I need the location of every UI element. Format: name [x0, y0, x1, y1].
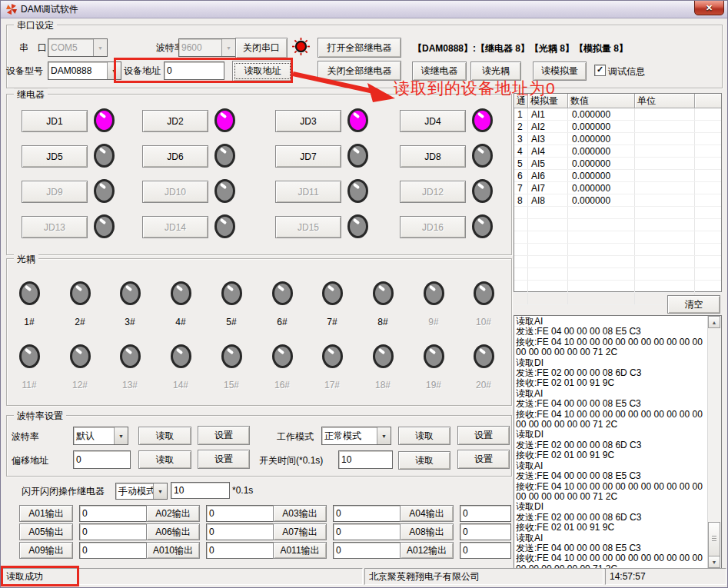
table-row[interactable]: 5AI50.000000 — [514, 158, 721, 170]
device-info-text: 【DAM0888】:【继电器 8】【光耦 8】【模拟量 8】 — [413, 42, 628, 55]
relay-button-jd15[interactable]: JD15 — [275, 216, 341, 238]
flash-time-input[interactable]: 10 — [171, 482, 230, 499]
relay-button-jd12[interactable]: JD12 — [400, 181, 466, 203]
serial-status-led — [291, 37, 311, 56]
output-value-11[interactable]: 0 — [333, 542, 402, 559]
output-button-12[interactable]: A012输出 — [400, 542, 454, 559]
relay-button-jd6[interactable]: JD6 — [142, 145, 208, 168]
relay-button-jd9[interactable]: JD9 — [22, 181, 88, 203]
scroll-down-icon[interactable]: ▼ — [708, 556, 720, 568]
output-value-5[interactable]: 0 — [79, 523, 148, 540]
opto-indicator-1 — [19, 281, 40, 305]
cell-unit — [635, 219, 695, 231]
table-header-value[interactable]: 数值 — [568, 94, 635, 108]
opto-indicator-19 — [424, 344, 444, 368]
table-row[interactable]: 4AI40.000000 — [514, 145, 721, 158]
output-value-4[interactable]: 0 — [460, 505, 511, 522]
relay-button-jd7[interactable]: JD7 — [275, 145, 341, 168]
close-port-button[interactable]: 关闭串口 — [235, 38, 288, 58]
table-header-unit[interactable]: 单位 — [635, 94, 695, 108]
output-button-4[interactable]: A04输出 — [400, 505, 454, 522]
window-title: DAM调试软件 — [21, 3, 78, 16]
cell-ch: 7 — [514, 182, 528, 194]
baud-set-button[interactable]: 设置 — [198, 426, 250, 445]
open-all-relays-button[interactable]: 打开全部继电器 — [317, 38, 401, 58]
output-value-9[interactable]: 0 — [79, 542, 148, 559]
relay-button-jd3[interactable]: JD3 — [275, 110, 341, 132]
relay-button-jd10[interactable]: JD10 — [142, 181, 208, 203]
cell-extra — [695, 194, 721, 206]
clock-panel: 14:57:57 — [605, 568, 726, 585]
close-button[interactable]: ✕ — [694, 0, 724, 15]
log-scrollbar[interactable]: ▲ ▼ — [707, 316, 721, 568]
table-row[interactable]: 1AI10.000000 — [514, 108, 721, 121]
output-value-1[interactable]: 0 — [79, 505, 148, 522]
output-button-6[interactable]: A06输出 — [146, 523, 200, 540]
opto-label-16: 16# — [261, 380, 303, 390]
read-address-button[interactable]: 读取地址 — [232, 61, 293, 81]
log-output[interactable]: 读取AI 发送:FE 04 00 00 00 08 E5 C3 接收:FE 04… — [514, 315, 722, 569]
output-button-10[interactable]: A010输出 — [146, 542, 200, 559]
output-button-5[interactable]: A05输出 — [19, 523, 73, 540]
relay-button-jd5[interactable]: JD5 — [22, 145, 88, 168]
scroll-up-icon[interactable]: ▲ — [708, 316, 720, 328]
work-mode-read-button[interactable]: 读取 — [398, 427, 450, 445]
baud-rate-select[interactable]: 默认 ▼ — [73, 427, 128, 445]
model-select[interactable]: DAM0888 ▼ — [48, 61, 121, 80]
table-row[interactable]: 6AI60.000000 — [514, 170, 721, 182]
table-row[interactable]: 2AI20.000000 — [514, 121, 721, 133]
output-value-3[interactable]: 0 — [333, 505, 402, 522]
table-row[interactable]: 8AI80.000000 — [514, 194, 721, 207]
relay-button-jd1[interactable]: JD1 — [22, 110, 88, 132]
table-row[interactable]: 3AI30.000000 — [514, 133, 721, 145]
debug-info-label: 调试信息 — [608, 65, 645, 78]
device-address-input[interactable]: 0 — [164, 61, 224, 80]
relay-button-jd8[interactable]: JD8 — [400, 145, 466, 168]
work-mode-set-button[interactable]: 设置 — [457, 426, 510, 445]
flash-mode-select[interactable]: 手动模式 ▼ — [115, 483, 168, 500]
relay-button-jd13[interactable]: JD13 — [22, 216, 88, 238]
relay-indicator-jd5 — [94, 144, 115, 168]
output-value-10[interactable]: 0 — [206, 542, 275, 559]
debug-info-checkbox[interactable]: ✓ — [594, 65, 606, 76]
offset-read-button[interactable]: 读取 — [138, 450, 191, 469]
offset-set-button[interactable]: 设置 — [198, 450, 250, 469]
output-value-2[interactable]: 0 — [206, 505, 275, 522]
table-row[interactable]: 7AI70.000000 — [514, 182, 721, 194]
output-button-8[interactable]: A08输出 — [400, 523, 454, 540]
output-value-8[interactable]: 0 — [460, 523, 511, 540]
cell-extra — [695, 170, 721, 181]
relay-button-jd4[interactable]: JD4 — [400, 110, 466, 132]
baud-read-button[interactable]: 读取 — [138, 427, 191, 445]
relay-button-jd11[interactable]: JD11 — [275, 181, 341, 203]
table-row — [514, 256, 721, 268]
output-value-7[interactable]: 0 — [333, 523, 402, 540]
switch-time-read-button[interactable]: 读取 — [398, 451, 450, 470]
output-button-2[interactable]: A02输出 — [146, 505, 200, 522]
clear-log-button[interactable]: 清空 — [667, 295, 720, 314]
offset-address-input[interactable]: 0 — [73, 450, 131, 469]
title-bar[interactable]: DAM调试软件 — [1, 1, 727, 18]
output-button-7[interactable]: A07输出 — [273, 523, 327, 540]
cell-extra — [695, 219, 721, 231]
cell-value: 0.000000 — [568, 194, 635, 206]
port-select[interactable]: COM5 ▼ — [48, 38, 108, 57]
baud-select[interactable]: 9600 ▼ — [178, 38, 236, 57]
chevron-down-icon: ▼ — [377, 427, 391, 444]
work-mode-select[interactable]: 正常模式 ▼ — [321, 427, 391, 445]
output-button-9[interactable]: A09输出 — [19, 542, 73, 559]
close-all-relays-button[interactable]: 关闭全部继电器 — [317, 61, 401, 81]
relay-indicator-jd2 — [214, 108, 235, 132]
output-value-6[interactable]: 0 — [206, 523, 275, 540]
chevron-down-icon: ▼ — [93, 39, 107, 56]
switch-time-set-button[interactable]: 设置 — [457, 450, 510, 469]
scroll-thumb[interactable] — [708, 522, 720, 556]
output-button-3[interactable]: A03输出 — [273, 505, 327, 522]
relay-button-jd14[interactable]: JD14 — [142, 216, 208, 238]
output-button-1[interactable]: A01输出 — [19, 505, 73, 522]
relay-button-jd2[interactable]: JD2 — [142, 110, 208, 132]
output-button-11[interactable]: A011输出 — [273, 542, 327, 559]
output-value-12[interactable]: 0 — [460, 542, 511, 559]
switch-time-input[interactable]: 10 — [338, 450, 393, 469]
relay-button-jd16[interactable]: JD16 — [400, 216, 466, 238]
